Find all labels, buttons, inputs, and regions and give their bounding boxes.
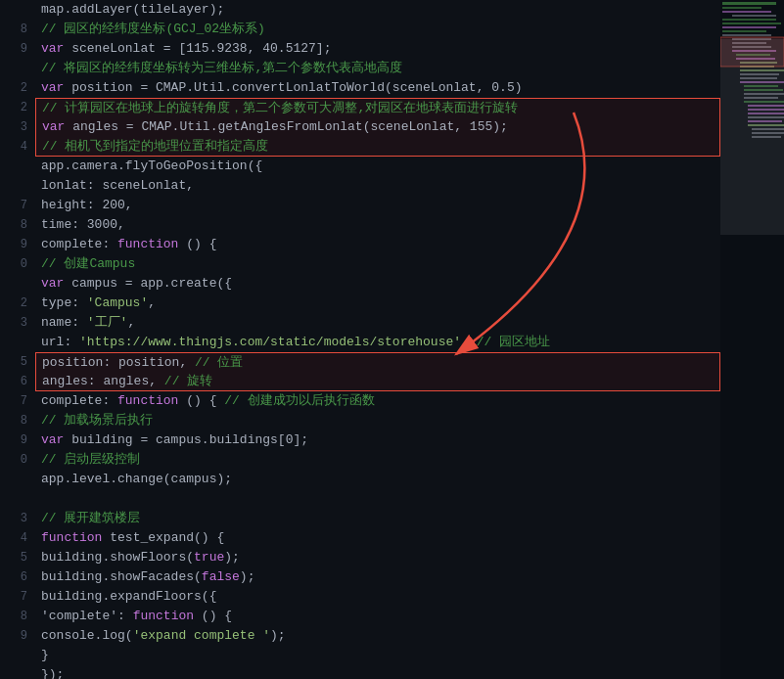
code-line: console.log('expand complete '); xyxy=(35,626,720,646)
code-line: lonlat: sceneLonlat, xyxy=(35,176,720,196)
code-line: }); xyxy=(35,665,720,679)
svg-rect-3 xyxy=(722,7,761,9)
svg-rect-7 xyxy=(722,23,781,24)
code-line-highlighted-3: // 相机飞到指定的地理位置和指定高度 xyxy=(35,137,720,157)
code-line: url: 'https://www.thingjs.com/static/mod… xyxy=(35,333,720,352)
code-line: function test_expand() { xyxy=(35,528,720,548)
code-line-highlighted-1: // 计算园区在地球上的旋转角度，第二个参数可大凋整,对园区在地球表面进行旋转 xyxy=(35,98,720,117)
code-line: app.level.change(campus); xyxy=(35,470,720,489)
code-line: var campus = app.create({ xyxy=(35,274,720,294)
code-line: height: 200, xyxy=(35,196,720,215)
line-numbers: 8 9 2 2 3 4 7 8 9 0 2 3 5 6 7 8 9 0 3 4 … xyxy=(0,0,35,679)
code-line: // 启动层级控制 xyxy=(35,450,720,470)
code-line: // 展开建筑楼层 xyxy=(35,509,720,528)
code-line: // 加载场景后执行 xyxy=(35,411,720,430)
code-line: type: 'Campus', xyxy=(35,294,720,313)
code-line: time: 3000, xyxy=(35,215,720,235)
svg-rect-9 xyxy=(722,30,766,32)
code-line: } xyxy=(35,646,720,665)
code-line: // 园区的经纬度坐标(GCJ_02坐标系) xyxy=(35,20,720,39)
editor: 8 9 2 2 3 4 7 8 9 0 2 3 5 6 7 8 9 0 3 4 … xyxy=(0,0,784,679)
code-line: complete: function () { xyxy=(35,235,720,254)
code-line: building.showFloors(true); xyxy=(35,548,720,567)
code-line xyxy=(35,489,720,509)
code-line: 'complete': function () { xyxy=(35,607,720,626)
code-line-highlight2-2: angles: angles, // 旋转 xyxy=(35,372,720,391)
code-line: map.addLayer(tileLayer); xyxy=(35,0,720,20)
code-line: var building = campus.buildings[0]; xyxy=(35,430,720,450)
code-line: var sceneLonlat = [115.9238, 40.5127]; xyxy=(35,39,720,59)
minimap xyxy=(720,0,784,679)
code-area[interactable]: map.addLayer(tileLayer); // 园区的经纬度坐标(GCJ… xyxy=(35,0,720,679)
minimap-viewport xyxy=(720,39,784,235)
code-line: complete: function () { // 创建成功以后执行函数 xyxy=(35,391,720,411)
code-line: building.expandFloors({ xyxy=(35,587,720,607)
code-line: name: '工厂', xyxy=(35,313,720,333)
code-line: var position = CMAP.Util.convertLonlatTo… xyxy=(35,78,720,98)
svg-rect-4 xyxy=(722,11,771,13)
code-line: // 将园区的经纬度坐标转为三维坐标,第二个参数代表高地高度 xyxy=(35,59,720,78)
code-line-highlight2-1: position: position, // 位置 xyxy=(35,352,720,372)
svg-rect-5 xyxy=(732,15,776,17)
svg-rect-10 xyxy=(722,34,771,36)
code-line: building.showFacades(false); xyxy=(35,567,720,587)
code-line-highlighted-2: var angles = CMAP.Util.getAnglesFromLonl… xyxy=(35,117,720,137)
svg-rect-8 xyxy=(722,26,776,28)
code-line: // 创建Campus xyxy=(35,254,720,274)
svg-rect-6 xyxy=(722,19,776,21)
svg-rect-2 xyxy=(722,2,776,5)
code-line: app.camera.flyToGeoPosition({ xyxy=(35,157,720,176)
